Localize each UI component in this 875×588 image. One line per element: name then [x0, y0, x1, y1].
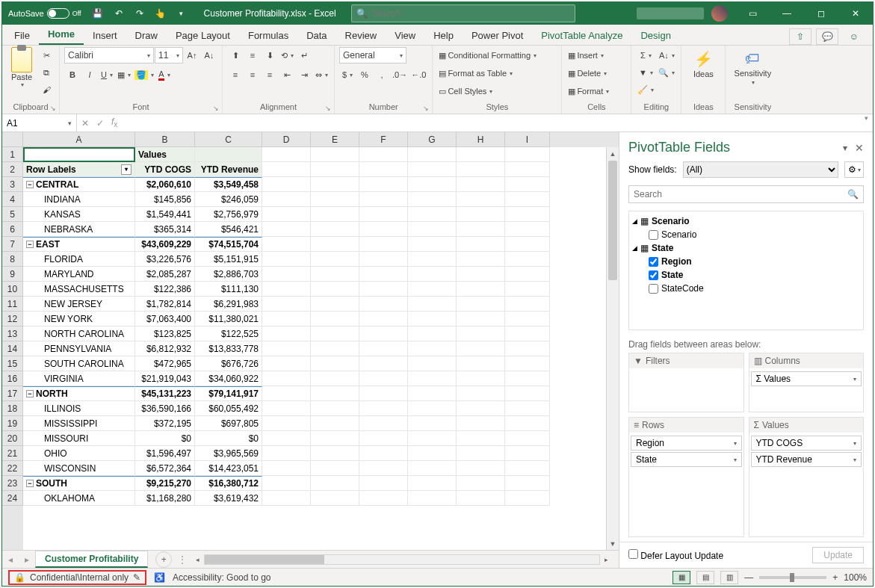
row-header[interactable]: 21 — [2, 446, 23, 461]
face-button[interactable]: ☺ — [843, 28, 865, 45]
area-field-item[interactable]: YTD Revenue▾ — [751, 452, 862, 467]
cell[interactable]: $246,059 — [195, 192, 262, 207]
cell[interactable] — [457, 312, 505, 327]
cell[interactable] — [311, 341, 359, 356]
cell[interactable]: $7,063,400 — [135, 312, 195, 327]
clipboard-launcher-icon[interactable]: ↘ — [50, 105, 56, 112]
cell[interactable] — [311, 237, 359, 252]
field-table[interactable]: ◢ ▦ State — [632, 241, 860, 255]
cell[interactable]: $111,130 — [195, 282, 262, 297]
cell[interactable] — [505, 386, 550, 401]
update-button[interactable]: Update — [812, 547, 864, 563]
column-header[interactable]: I — [505, 132, 550, 147]
cell[interactable] — [359, 192, 408, 207]
cell[interactable] — [311, 416, 359, 431]
scroll-down-icon[interactable]: ▼ — [607, 537, 619, 550]
font-color-button[interactable]: A▾ — [156, 66, 173, 83]
cell[interactable] — [262, 177, 311, 192]
cell[interactable] — [195, 147, 262, 162]
cell[interactable] — [262, 416, 311, 431]
cell[interactable] — [505, 192, 550, 207]
tab-formulas[interactable]: Formulas — [239, 26, 297, 45]
cell[interactable] — [457, 416, 505, 431]
align-top-icon[interactable]: ⬆ — [227, 47, 244, 64]
cell[interactable] — [311, 401, 359, 416]
cell[interactable] — [408, 341, 457, 356]
decrease-decimal-icon[interactable]: ←.0 — [409, 66, 427, 83]
formula-input[interactable] — [122, 114, 860, 131]
cell[interactable] — [311, 252, 359, 267]
cell[interactable] — [311, 207, 359, 222]
cell[interactable]: ILLINOIS — [23, 401, 135, 416]
cell[interactable] — [408, 431, 457, 446]
cell[interactable] — [505, 446, 550, 461]
row-header[interactable]: 5 — [2, 207, 23, 222]
cell[interactable]: NEBRASKA — [23, 222, 135, 237]
cell[interactable]: $21,919,043 — [135, 371, 195, 386]
cell[interactable] — [505, 476, 550, 491]
cell[interactable]: $9,215,270 — [135, 476, 195, 491]
area-field-item[interactable]: YTD COGS▾ — [751, 436, 862, 451]
cell[interactable]: $13,833,778 — [195, 341, 262, 356]
cell[interactable] — [359, 476, 408, 491]
cell[interactable] — [359, 341, 408, 356]
cell[interactable]: $1,596,497 — [135, 446, 195, 461]
cell[interactable] — [262, 386, 311, 401]
cell[interactable] — [311, 192, 359, 207]
ribbon-display-options-icon[interactable]: ▭ — [735, 2, 770, 25]
cell[interactable] — [359, 416, 408, 431]
cell[interactable] — [359, 297, 408, 312]
cell[interactable]: NORTH CAROLINA — [23, 327, 135, 341]
cell[interactable] — [262, 147, 311, 162]
zoom-slider[interactable] — [759, 576, 826, 579]
cell[interactable] — [359, 147, 408, 162]
ideas-button[interactable]: ⚡Ideas — [686, 47, 720, 78]
cell[interactable]: WISCONSIN — [23, 461, 135, 476]
font-launcher-icon[interactable]: ↘ — [213, 105, 219, 112]
cell[interactable] — [505, 147, 550, 162]
cell[interactable]: $6,812,932 — [135, 341, 195, 356]
account-name[interactable] — [637, 7, 704, 19]
cell[interactable] — [262, 371, 311, 386]
cell[interactable] — [359, 356, 408, 371]
cell[interactable] — [408, 371, 457, 386]
row-header[interactable]: 8 — [2, 252, 23, 267]
row-header[interactable]: 1 — [2, 147, 23, 162]
row-header[interactable]: 3 — [2, 177, 23, 192]
cell[interactable] — [359, 491, 408, 506]
cell[interactable] — [311, 147, 359, 162]
cell[interactable] — [505, 252, 550, 267]
field-pane-gear-icon[interactable]: ▾ — [843, 143, 847, 153]
cell[interactable]: $2,756,979 — [195, 207, 262, 222]
cell[interactable] — [359, 237, 408, 252]
cell[interactable] — [457, 401, 505, 416]
cell[interactable] — [311, 312, 359, 327]
search-input[interactable] — [372, 8, 570, 19]
horizontal-scrollbar[interactable]: ⋮ ◂ ▸ — [178, 554, 613, 565]
cell[interactable] — [262, 341, 311, 356]
tab-home[interactable]: Home — [39, 25, 84, 45]
cell[interactable] — [408, 327, 457, 341]
bold-button[interactable]: B — [64, 66, 81, 83]
cell[interactable]: $1,168,280 — [135, 491, 195, 506]
format-cells-button[interactable]: ▦ Format▾ — [566, 83, 626, 99]
cell[interactable] — [408, 386, 457, 401]
autosum-icon[interactable]: Σ▾ — [636, 47, 655, 64]
cell[interactable]: $122,525 — [195, 327, 262, 341]
cell[interactable]: MARYLAND — [23, 267, 135, 282]
column-header[interactable]: A — [23, 132, 135, 147]
zoom-in-button[interactable]: + — [832, 572, 838, 583]
field-checkbox[interactable] — [649, 230, 658, 240]
edit-sensitivity-icon[interactable]: ✎ — [133, 572, 140, 583]
insert-cells-button[interactable]: ▦ Insert▾ — [566, 47, 626, 64]
field-item[interactable]: Scenario — [632, 228, 860, 241]
cell[interactable]: $6,291,983 — [195, 297, 262, 312]
sheet-tab[interactable]: Customer Profitability — [35, 551, 148, 568]
cell[interactable] — [311, 371, 359, 386]
cell[interactable] — [505, 341, 550, 356]
underline-button[interactable]: U▾ — [99, 66, 115, 83]
cell[interactable] — [505, 162, 550, 177]
cell[interactable]: KANSAS — [23, 207, 135, 222]
cell[interactable] — [408, 162, 457, 177]
cell[interactable] — [505, 416, 550, 431]
